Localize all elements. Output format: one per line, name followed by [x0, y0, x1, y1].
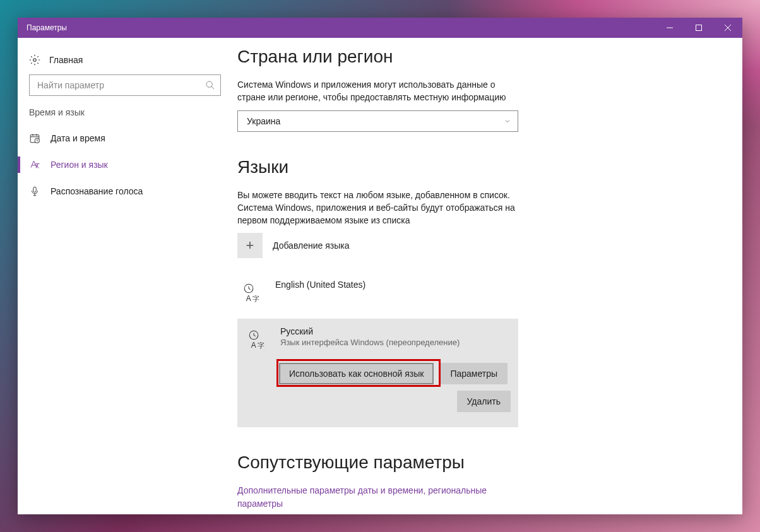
language-item-russian[interactable]: A 字 Русский Язык интерфейса Windows (пер…	[245, 326, 511, 352]
svg-text:字: 字	[252, 295, 259, 302]
svg-rect-0	[696, 25, 702, 31]
language-subtitle: Язык интерфейса Windows (переопределение…	[280, 338, 460, 347]
home-label: Главная	[49, 55, 83, 65]
region-description: Система Windows и приложения могут испол…	[237, 78, 515, 104]
search-box[interactable]	[29, 74, 221, 96]
search-input[interactable]	[37, 80, 205, 90]
chevron-down-icon	[504, 117, 511, 125]
sidebar-item-date-time[interactable]: Дата и время	[18, 125, 232, 151]
languages-description: Вы можете вводить текст на любом языке, …	[237, 189, 515, 227]
content-area: Главная Время и язык Дата и время Ре	[18, 38, 742, 514]
language-icon	[29, 159, 40, 170]
language-name: Русский	[280, 326, 460, 336]
svg-point-2	[206, 81, 212, 87]
gear-icon	[29, 54, 40, 66]
close-button[interactable]	[713, 18, 742, 38]
home-nav[interactable]: Главная	[18, 49, 232, 74]
sidebar-item-region-language[interactable]: Регион и язык	[18, 151, 232, 178]
sidebar-item-label: Регион и язык	[50, 160, 108, 170]
add-language-label: Добавление языка	[273, 240, 350, 251]
language-glyph-icon: A 字	[245, 326, 270, 352]
language-name: English (United States)	[275, 280, 365, 290]
minimize-button[interactable]	[655, 18, 684, 38]
main-panel: Страна или регион Система Windows и прил…	[232, 38, 742, 514]
svg-text:A: A	[251, 341, 256, 350]
country-selected: Украина	[247, 116, 504, 126]
sidebar-item-label: Распознавание голоса	[50, 186, 143, 196]
sidebar-item-label: Дата и время	[50, 133, 105, 143]
language-item-english[interactable]: A 字 English (United States)	[237, 273, 717, 311]
region-heading: Страна или регион	[237, 47, 717, 67]
calendar-clock-icon	[29, 133, 40, 144]
related-settings-link[interactable]: Дополнительные параметры даты и времени,…	[237, 484, 515, 511]
window-controls	[655, 18, 742, 38]
add-language-button[interactable]: + Добавление языка	[237, 233, 717, 258]
remove-language-button[interactable]: Удалить	[457, 391, 511, 412]
microphone-icon	[29, 186, 40, 197]
languages-heading: Языки	[237, 157, 717, 177]
language-glyph-icon: A 字	[240, 280, 265, 305]
nav-group-label: Время и язык	[18, 107, 232, 125]
svg-point-1	[33, 59, 37, 62]
svg-rect-5	[33, 187, 37, 192]
sidebar-item-speech[interactable]: Распознавание голоса	[18, 178, 232, 204]
plus-icon: +	[237, 233, 263, 258]
window-title: Параметры	[18, 23, 655, 32]
related-heading: Сопутствующие параметры	[237, 452, 717, 473]
maximize-button[interactable]	[684, 18, 713, 38]
set-default-button[interactable]: Использовать как основной язык	[279, 363, 434, 384]
country-dropdown[interactable]: Украина	[237, 110, 518, 132]
language-options-button[interactable]: Параметры	[440, 363, 508, 384]
svg-text:A: A	[246, 294, 251, 303]
sidebar: Главная Время и язык Дата и время Ре	[18, 38, 232, 514]
settings-window: Параметры Главная	[18, 18, 742, 514]
search-icon	[205, 80, 215, 90]
svg-text:字: 字	[258, 341, 264, 349]
titlebar[interactable]: Параметры	[18, 18, 742, 38]
language-item-russian-panel: A 字 Русский Язык интерфейса Windows (пер…	[237, 319, 518, 427]
